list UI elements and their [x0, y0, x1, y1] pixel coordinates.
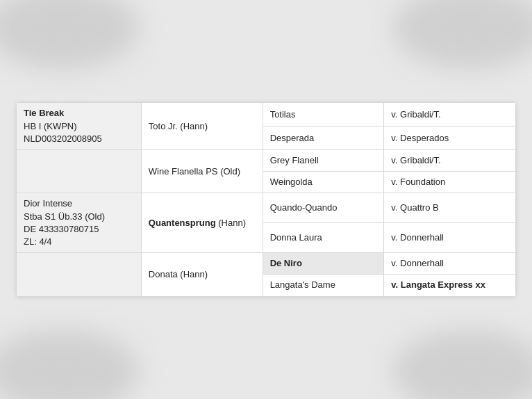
left-info-line-4: ZL: 4/4	[24, 236, 51, 247]
left-info-cell	[17, 253, 142, 296]
horse-name-cell: Langata's Dame	[263, 275, 384, 296]
middle-cell: Toto Jr. (Hann)	[141, 103, 263, 150]
left-info-line-1: Dior Intense	[24, 198, 72, 209]
horse-name-cell: De Niro	[263, 253, 384, 275]
pedigree-table: Tie BreakHB I (KWPN)NLD003202008905Toto …	[16, 102, 516, 296]
sire-cell: v. Langata Express xx	[384, 275, 516, 296]
left-info-cell: Dior IntenseStba S1 Üb.33 (Old)DE 433330…	[17, 193, 142, 253]
middle-cell: Wine Flanella PS (Old)	[141, 150, 263, 193]
middle-suffix: (Hann)	[216, 218, 246, 228]
pedigree-card: Tie BreakHB I (KWPN)NLD003202008905Toto …	[16, 102, 516, 296]
horse-name-cell: Weingolda	[263, 172, 384, 193]
left-info-line-3: DE 433330780715	[24, 224, 99, 234]
horse-name-cell: Totilas	[263, 103, 384, 127]
horse-name-cell: Desperada	[263, 127, 384, 150]
horse-name-cell: Donna Laura	[263, 223, 384, 253]
sire-cell: v. Quattro B	[384, 193, 516, 223]
left-info-cell	[17, 150, 142, 193]
left-info-line-1: Tie Break	[24, 108, 64, 118]
left-info-line-2: Stba S1 Üb.33 (Old)	[24, 211, 105, 222]
sire-cell: v. Foundation	[384, 172, 516, 193]
sire-cell: v. Donnerhall	[384, 223, 516, 253]
middle-bold: Quantensprung	[149, 218, 216, 228]
left-info-cell: Tie BreakHB I (KWPN)NLD003202008905	[17, 103, 142, 150]
horse-name-cell: Quando-Quando	[263, 193, 384, 223]
sire-cell: v. Desperados	[384, 127, 516, 150]
horse-name-cell: Grey Flanell	[263, 150, 384, 172]
left-info-line-3: NLD003202008905	[24, 133, 102, 144]
sire-cell: v. Donnerhall	[384, 253, 516, 275]
middle-cell: Quantensprung (Hann)	[141, 193, 263, 253]
middle-cell: Donata (Hann)	[141, 253, 263, 296]
sire-cell: v. Gribaldi/T.	[384, 150, 516, 172]
left-info-line-2: HB I (KWPN)	[24, 121, 77, 131]
sire-cell: v. Gribaldi/T.	[384, 103, 516, 127]
